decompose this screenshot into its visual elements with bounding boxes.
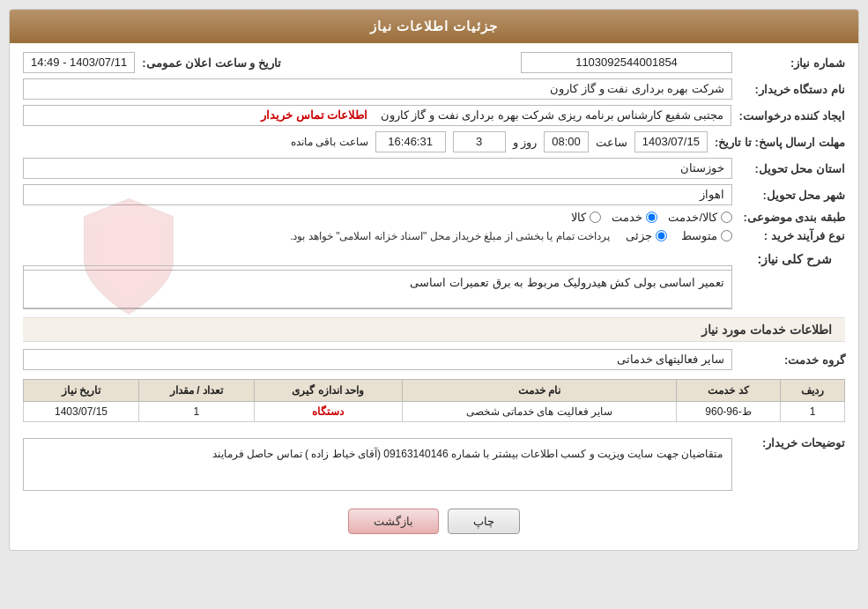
baghimande-value: 16:46:31 — [375, 131, 446, 152]
ostan-label: استان محل تحویل: — [739, 162, 845, 175]
cell-kod: ط-96-960 — [677, 402, 781, 422]
tozi-section: توضیحات خریدار: متقاضیان جهت سایت ویزیت … — [23, 431, 845, 498]
khadamat-section-title: اطلاعات خدمات مورد نیاز — [23, 317, 845, 342]
noFarayand-jozii-label: جزئی — [626, 229, 652, 242]
noFarayand-motovasset-radio[interactable] — [721, 230, 732, 241]
tabaghe-khadamat-item: خدمت — [612, 211, 657, 224]
table-header: ردیف کد خدمت نام خدمت واحد اندازه گیری ت… — [24, 380, 845, 402]
tabaghe-kala-item: کالا — [571, 211, 601, 224]
tabaghe-label: طبقه بندی موضوعی: — [739, 211, 845, 224]
shahr-label: شهر محل تحویل: — [739, 189, 845, 202]
namDastgah-label: نام دستگاه خریدار: — [739, 83, 845, 96]
cell-tedad: 1 — [138, 402, 254, 422]
baghimande-label: ساعت باقی مانده — [291, 136, 368, 148]
mohlatErsal-row: مهلت ارسال پاسخ: تا تاریخ: 1403/07/15 سا… — [23, 131, 845, 152]
ostan-value: خوزستان — [23, 158, 732, 179]
contact-link[interactable]: اطلاعات تماس خریدار — [261, 108, 367, 122]
noFarayand-note: پرداخت تمام یا بخشی از مبلغ خریداز محل "… — [290, 230, 610, 242]
cell-nam: سایر فعالیت های خدماتی شخصی — [402, 402, 677, 422]
ejadKonande-value: مجتبی شفیع کارشناس برنامه ریزی شرکت بهره… — [23, 105, 731, 126]
noFarayand-jozii-item: جزئی — [626, 229, 667, 242]
sharh-section: شرح کلی نیاز: — [23, 248, 845, 312]
page-title: جزئیات اطلاعات نیاز — [370, 19, 498, 33]
grooh-row: گروه خدمت: سایر فعالیتهای خدماتی — [23, 349, 845, 370]
col-vahed: واحد اندازه گیری — [254, 380, 402, 402]
print-button[interactable]: چاپ — [448, 509, 520, 534]
cell-tarikh: 1403/07/15 — [24, 402, 139, 422]
grooh-label: گروه خدمت: — [739, 353, 845, 367]
cell-radif: 1 — [780, 402, 844, 422]
shomareNiaz-row: شماره نیاز: 1103092544001854 تاریخ و ساع… — [23, 52, 845, 73]
mohlatErsal-date: 1403/07/15 — [634, 131, 708, 152]
tabaghe-kala-radio[interactable] — [590, 212, 601, 223]
page-header: جزئیات اطلاعات نیاز — [10, 10, 858, 43]
rooz-label: روز و — [513, 136, 538, 149]
tozi-value: متقاضیان جهت سایت ویزیت و کسب اطلاعات بی… — [23, 438, 732, 491]
shomareNiaz-label: شماره نیاز: — [739, 56, 845, 70]
col-tarikh: تاریخ نیاز — [24, 380, 139, 402]
sharh-container — [23, 248, 732, 312]
tabaghe-kala-khadamat-label: کالا/خدمت — [668, 211, 717, 224]
tabaghe-kala-khadamat-radio[interactable] — [721, 212, 732, 223]
saat-label: ساعت — [596, 136, 627, 149]
shomareNiaz-value: 1103092544001854 — [521, 52, 732, 73]
ejadKonande-row: ایجاد کننده درخواست: مجتبی شفیع کارشناس … — [23, 105, 845, 126]
cell-vahed: دستگاه — [254, 402, 402, 422]
table-row: 1 ط-96-960 سایر فعالیت های خدماتی شخصی د… — [24, 402, 845, 422]
saat-value: 08:00 — [544, 131, 589, 152]
sharh-value — [23, 265, 732, 309]
tarikh-aalan-value: 1403/07/11 - 14:49 — [23, 52, 135, 73]
grooh-value: سایر فعالیتهای خدماتی — [23, 349, 732, 370]
noFarayand-jozii-radio[interactable] — [656, 230, 667, 241]
col-tedad: تعداد / مقدار — [138, 380, 254, 402]
tabaghe-kala-label: کالا — [571, 211, 586, 224]
back-button[interactable]: بازگشت — [348, 509, 439, 534]
col-radif: ردیف — [780, 380, 844, 402]
tarikh-aalan-label: تاریخ و ساعت اعلان عمومی: — [142, 56, 281, 70]
table-header-row: ردیف کد خدمت نام خدمت واحد اندازه گیری ت… — [24, 380, 845, 402]
namDastgah-row: نام دستگاه خریدار: شرکت بهره برداری نفت … — [23, 78, 845, 100]
rooz-value: 3 — [453, 131, 506, 152]
button-row: چاپ بازگشت — [23, 498, 845, 541]
tabaghe-khadamat-label: خدمت — [612, 211, 642, 224]
tabaghe-khadamat-radio[interactable] — [646, 212, 657, 223]
ejadKonande-label: ایجاد کننده درخواست: — [738, 109, 845, 123]
sharh-label: شرح کلی نیاز: — [739, 248, 845, 271]
noFarayand-motovasset-label: متوسط — [681, 229, 717, 242]
tozi-label: توضیحات خریدار: — [739, 431, 845, 449]
watermark-area — [23, 248, 732, 265]
noFarayand-motovasset-item: متوسط — [681, 229, 732, 242]
col-nam: نام خدمت — [402, 380, 677, 402]
noFarayand-label: نوع فرآیند خرید : — [739, 229, 845, 242]
namDastgah-value: شرکت بهره برداری نفت و گاز کارون — [23, 78, 732, 100]
mohlatErsal-label: مهلت ارسال پاسخ: تا تاریخ: — [715, 136, 845, 149]
services-table-section: ردیف کد خدمت نام خدمت واحد اندازه گیری ت… — [23, 379, 845, 422]
noFarayand-radio-group: متوسط جزئی — [626, 229, 732, 242]
services-table: ردیف کد خدمت نام خدمت واحد اندازه گیری ت… — [23, 379, 845, 422]
table-body: 1 ط-96-960 سایر فعالیت های خدماتی شخصی د… — [24, 402, 845, 422]
col-kod: کد خدمت — [677, 380, 781, 402]
tabaghe-kala-khadamat-item: کالا/خدمت — [668, 211, 732, 224]
ostan-row: استان محل تحویل: خوزستان — [23, 158, 845, 179]
